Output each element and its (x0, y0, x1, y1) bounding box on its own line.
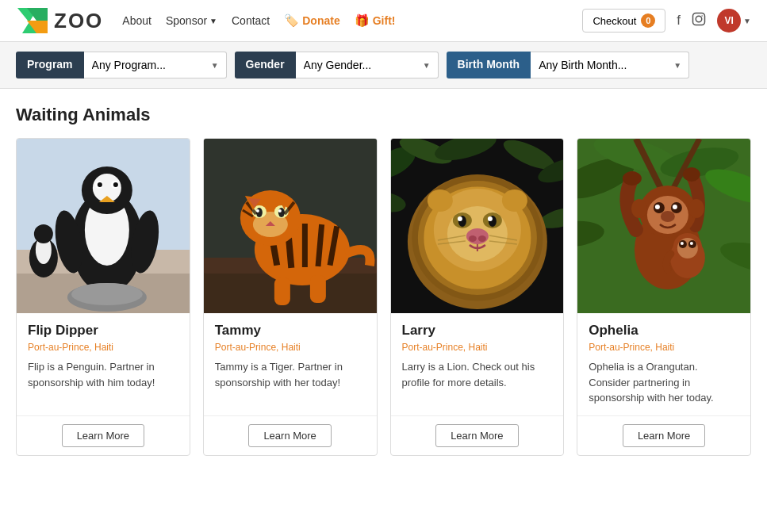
donate-icon: 🏷️ (284, 13, 299, 28)
svg-point-78 (501, 189, 527, 212)
svg-point-26 (34, 224, 53, 243)
animal-card-footer: Learn More (391, 415, 564, 455)
animal-name: Larry (402, 323, 553, 339)
animal-location: Port-au-Prince, Haiti (589, 342, 739, 353)
nav-contact[interactable]: Contact (232, 14, 270, 27)
checkout-badge: 0 (641, 13, 655, 28)
animal-card: Flip Dipper Port-au-Prince, Haiti Flip i… (16, 138, 190, 456)
animal-card-footer: Learn More (204, 415, 377, 455)
animal-card-footer: Learn More (17, 415, 190, 455)
zoo-logo-icon (16, 6, 49, 35)
animal-image-tiger (204, 139, 377, 313)
checkout-label: Checkout (593, 15, 636, 27)
animal-desc: Tammy is a Tiger. Partner in sponsorship… (215, 359, 366, 390)
avatar: VI (717, 9, 741, 33)
svg-rect-52 (274, 277, 290, 305)
animal-card-body: Larry Port-au-Prince, Haiti Larry is a L… (391, 313, 564, 415)
svg-point-101 (661, 211, 675, 222)
facebook-icon[interactable]: f (677, 13, 681, 29)
nav-sponsor[interactable]: Sponsor ▼ (166, 14, 217, 27)
svg-point-23 (71, 283, 143, 305)
svg-point-103 (688, 199, 704, 218)
nav-about[interactable]: About (122, 14, 151, 27)
svg-point-4 (696, 16, 702, 22)
animal-desc: Flip is a Penguin. Partner in sponsorshi… (28, 359, 178, 390)
svg-point-74 (468, 235, 476, 242)
logo-text: ZOO (54, 9, 103, 33)
svg-point-42 (278, 208, 285, 217)
svg-point-5 (701, 15, 703, 17)
animal-image-penguin (17, 139, 190, 313)
animal-name: Ophelia (589, 323, 739, 339)
svg-rect-34 (302, 224, 308, 267)
animal-desc: Larry is a Lion. Check out his profile f… (402, 359, 553, 390)
animal-card-footer: Learn More (577, 415, 750, 455)
animal-name: Tammy (215, 323, 366, 339)
animal-image-orangutan (577, 139, 750, 313)
nav-donate[interactable]: 🏷️ Donate (284, 13, 339, 28)
nav-gift[interactable]: 🎁 Gift! (355, 13, 396, 28)
gender-label: Gender (235, 52, 296, 78)
svg-point-41 (256, 208, 263, 217)
svg-point-102 (631, 199, 647, 218)
birth-month-label: Birth Month (447, 52, 531, 78)
svg-point-99 (655, 205, 660, 209)
svg-point-72 (487, 216, 492, 221)
animal-cards-grid: Flip Dipper Port-au-Prince, Haiti Flip i… (16, 138, 751, 456)
svg-point-110 (690, 242, 693, 245)
animal-card: Tammy Port-au-Prince, Haiti Tammy is a T… (203, 138, 378, 456)
program-select[interactable]: Any Program... (84, 52, 227, 78)
logo[interactable]: ZOO (16, 6, 103, 35)
svg-point-77 (427, 189, 452, 212)
avatar-chevron-icon: ▼ (743, 17, 751, 25)
gender-filter-group: Gender Any Gender... ▼ (235, 52, 439, 78)
animal-name: Flip Dipper (28, 323, 178, 339)
birth-month-filter-group: Birth Month Any Birth Month... ▼ (447, 52, 690, 78)
animal-location: Port-au-Prince, Haiti (28, 342, 178, 353)
svg-point-94 (683, 167, 700, 182)
svg-point-71 (457, 216, 462, 221)
svg-point-43 (256, 209, 259, 212)
svg-point-100 (673, 205, 677, 209)
nav-links: About Sponsor ▼ Contact 🏷️ Donate 🎁 Gift… (122, 13, 582, 28)
section-title: Waiting Animals (16, 105, 751, 125)
program-label: Program (16, 52, 84, 78)
svg-rect-3 (693, 13, 705, 25)
animal-card: Ophelia Port-au-Prince, Haiti Ophelia is… (577, 138, 751, 456)
svg-point-44 (278, 209, 282, 212)
learn-more-button-2[interactable]: Learn More (435, 424, 518, 447)
learn-more-button-0[interactable]: Learn More (62, 424, 144, 447)
filter-bar: Program Any Program... ▼ Gender Any Gend… (0, 42, 767, 89)
gift-icon: 🎁 (355, 13, 370, 28)
instagram-icon[interactable] (692, 12, 706, 30)
avatar-dropdown[interactable]: VI ▼ (717, 9, 751, 33)
svg-point-75 (477, 235, 485, 242)
learn-more-button-1[interactable]: Learn More (248, 424, 331, 447)
main-content: Waiting Animals (0, 89, 767, 472)
svg-point-73 (466, 228, 488, 244)
navbar: ZOO About Sponsor ▼ Contact 🏷️ Donate 🎁 … (0, 0, 767, 42)
learn-more-button-3[interactable]: Learn More (623, 424, 705, 447)
animal-desc: Ophelia is a Orangutan. Consider partner… (589, 359, 739, 406)
svg-point-16 (98, 182, 102, 187)
animal-location: Port-au-Prince, Haiti (402, 342, 553, 353)
animal-image-lion (391, 139, 564, 313)
program-filter-group: Program Any Program... ▼ (16, 52, 227, 78)
svg-rect-53 (310, 275, 326, 303)
checkout-button[interactable]: Checkout 0 (582, 9, 665, 33)
svg-point-17 (113, 182, 118, 187)
animal-card-body: Tammy Port-au-Prince, Haiti Tammy is a T… (204, 313, 377, 415)
svg-point-93 (623, 171, 642, 186)
animal-card: Larry Port-au-Prince, Haiti Larry is a L… (390, 138, 565, 456)
animal-card-body: Flip Dipper Port-au-Prince, Haiti Flip i… (17, 313, 190, 415)
svg-point-109 (681, 242, 684, 245)
animal-card-body: Ophelia Port-au-Prince, Haiti Ophelia is… (577, 313, 750, 415)
nav-right: Checkout 0 f VI ▼ (582, 9, 751, 33)
gender-select[interactable]: Any Gender... (296, 52, 439, 78)
animal-location: Port-au-Prince, Haiti (215, 342, 366, 353)
svg-point-106 (677, 238, 698, 258)
birth-month-select[interactable]: Any Birth Month... (531, 52, 689, 78)
sponsor-chevron-icon: ▼ (209, 17, 217, 25)
